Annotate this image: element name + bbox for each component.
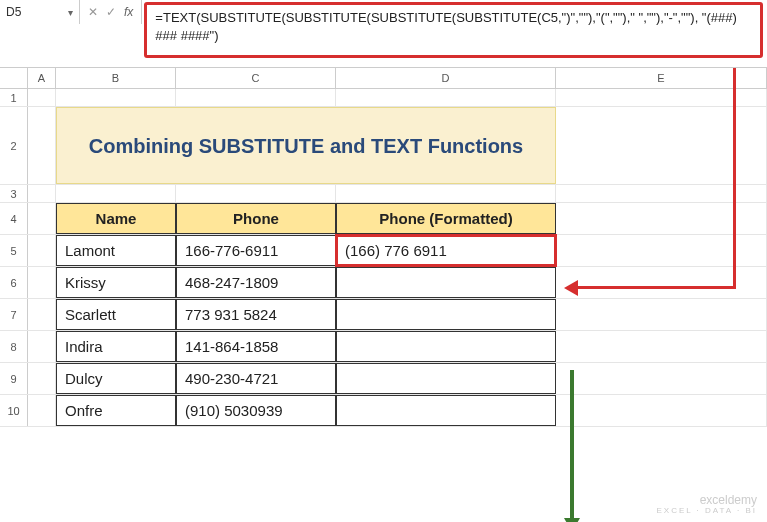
callout-line-vertical [733, 68, 736, 288]
cell-D10[interactable] [336, 395, 556, 426]
header-formatted[interactable]: Phone (Formatted) [336, 203, 556, 234]
cell-A8[interactable] [28, 331, 56, 362]
column-headers: A B C D E [0, 68, 767, 89]
cancel-icon[interactable]: ✕ [88, 5, 98, 19]
watermark: exceldemy EXCEL · DATA · BI [656, 494, 757, 516]
cell-D6[interactable] [336, 267, 556, 298]
callout-line-horizontal [576, 286, 736, 289]
cell-E9[interactable] [556, 363, 767, 394]
cell-E7[interactable] [556, 299, 767, 330]
spreadsheet: A B C D E 1 2 Combining SUBSTITUTE and T… [0, 68, 767, 427]
row-9: 9 Dulcy 490-230-4721 [0, 363, 767, 395]
name-box[interactable]: D5 ▾ [0, 0, 80, 24]
cell-A7[interactable] [28, 299, 56, 330]
row-header-1[interactable]: 1 [0, 89, 28, 106]
cell-D7[interactable] [336, 299, 556, 330]
formula-bar: D5 ▾ ✕ ✓ fx =TEXT(SUBSTITUTE(SUBSTITUTE(… [0, 0, 767, 68]
cell-B6[interactable]: Krissy [56, 267, 176, 298]
cell-C10[interactable]: (910) 5030939 [176, 395, 336, 426]
cell-A1[interactable] [28, 89, 56, 106]
cell-B1[interactable] [56, 89, 176, 106]
row-5: 5 Lamont 166-776-6911 (166) 776 6911 [0, 235, 767, 267]
cell-A2[interactable] [28, 107, 56, 184]
row-header-7[interactable]: 7 [0, 299, 28, 330]
cell-B9[interactable]: Dulcy [56, 363, 176, 394]
cell-E10[interactable] [556, 395, 767, 426]
row-header-5[interactable]: 5 [0, 235, 28, 266]
row-header-2[interactable]: 2 [0, 107, 28, 184]
cell-E8[interactable] [556, 331, 767, 362]
cell-B10[interactable]: Onfre [56, 395, 176, 426]
cell-A4[interactable] [28, 203, 56, 234]
row-header-9[interactable]: 9 [0, 363, 28, 394]
header-phone[interactable]: Phone [176, 203, 336, 234]
formula-input[interactable]: =TEXT(SUBSTITUTE(SUBSTITUTE(SUBSTITUTE(S… [144, 2, 763, 58]
col-header-D[interactable]: D [336, 68, 556, 88]
cell-D1[interactable] [336, 89, 556, 106]
header-name[interactable]: Name [56, 203, 176, 234]
callout-arrow-icon [564, 280, 578, 296]
cell-C1[interactable] [176, 89, 336, 106]
title-cell[interactable]: Combining SUBSTITUTE and TEXT Functions [56, 107, 556, 184]
row-7: 7 Scarlett 773 931 5824 [0, 299, 767, 331]
cell-B8[interactable]: Indira [56, 331, 176, 362]
row-2: 2 Combining SUBSTITUTE and TEXT Function… [0, 107, 767, 185]
cell-C5[interactable]: 166-776-6911 [176, 235, 336, 266]
col-header-B[interactable]: B [56, 68, 176, 88]
row-header-4[interactable]: 4 [0, 203, 28, 234]
row-1: 1 [0, 89, 767, 107]
row-6: 6 Krissy 468-247-1809 [0, 267, 767, 299]
row-header-8[interactable]: 8 [0, 331, 28, 362]
formula-bar-icons: ✕ ✓ fx [80, 0, 142, 24]
col-header-A[interactable]: A [28, 68, 56, 88]
name-box-value: D5 [6, 5, 21, 19]
cell-B7[interactable]: Scarlett [56, 299, 176, 330]
fx-icon[interactable]: fx [124, 5, 133, 19]
cell-D5[interactable]: (166) 776 6911 [336, 235, 556, 266]
cell-A9[interactable] [28, 363, 56, 394]
cell-D3[interactable] [336, 185, 556, 202]
col-header-C[interactable]: C [176, 68, 336, 88]
cell-D9[interactable] [336, 363, 556, 394]
select-all-corner[interactable] [0, 68, 28, 88]
cell-C7[interactable]: 773 931 5824 [176, 299, 336, 330]
grid-rows: 1 2 Combining SUBSTITUTE and TEXT Functi… [0, 89, 767, 427]
cell-C8[interactable]: 141-864-1858 [176, 331, 336, 362]
row-header-10[interactable]: 10 [0, 395, 28, 426]
watermark-sub: EXCEL · DATA · BI [656, 507, 757, 516]
row-10: 10 Onfre (910) 5030939 [0, 395, 767, 427]
cell-A6[interactable] [28, 267, 56, 298]
cell-B3[interactable] [56, 185, 176, 202]
cell-D8[interactable] [336, 331, 556, 362]
chevron-down-icon[interactable]: ▾ [68, 7, 73, 18]
cell-C9[interactable]: 490-230-4721 [176, 363, 336, 394]
cell-C6[interactable]: 468-247-1809 [176, 267, 336, 298]
row-header-6[interactable]: 6 [0, 267, 28, 298]
cell-C3[interactable] [176, 185, 336, 202]
row-header-3[interactable]: 3 [0, 185, 28, 202]
cell-A3[interactable] [28, 185, 56, 202]
cell-B5[interactable]: Lamont [56, 235, 176, 266]
confirm-icon[interactable]: ✓ [106, 5, 116, 19]
row-8: 8 Indira 141-864-1858 [0, 331, 767, 363]
cell-A10[interactable] [28, 395, 56, 426]
fill-down-arrow-icon [570, 370, 574, 520]
cell-A5[interactable] [28, 235, 56, 266]
row-4: 4 Name Phone Phone (Formatted) [0, 203, 767, 235]
row-3: 3 [0, 185, 767, 203]
